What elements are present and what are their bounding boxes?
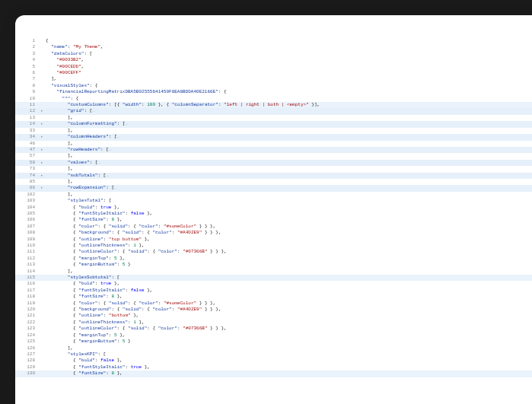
code-line[interactable]: 47▸ "rowHeaders": […: [15, 147, 532, 153]
fold-toggle[interactable]: [38, 224, 46, 230]
fold-toggle[interactable]: [38, 371, 46, 377]
fold-toggle[interactable]: [38, 89, 46, 95]
fold-toggle[interactable]: [38, 326, 46, 332]
fold-toggle[interactable]: [38, 38, 46, 44]
fold-toggle[interactable]: ▸: [38, 121, 46, 127]
code-line[interactable]: 33 ],: [15, 128, 532, 134]
code-line[interactable]: 108 { "background": { "solid": { "color"…: [15, 230, 532, 236]
fold-toggle[interactable]: [38, 320, 46, 326]
fold-toggle[interactable]: ▸: [38, 147, 46, 153]
chevron-right-icon[interactable]: ▸: [40, 122, 43, 126]
code-line[interactable]: 117 { "fontStyleItalic": false },: [15, 288, 532, 294]
fold-toggle[interactable]: [38, 217, 46, 223]
fold-toggle[interactable]: [38, 64, 46, 70]
code-line[interactable]: 1{: [15, 38, 532, 44]
fold-toggle[interactable]: [38, 301, 46, 307]
fold-toggle[interactable]: [38, 83, 46, 89]
fold-toggle[interactable]: [38, 96, 46, 102]
fold-toggle[interactable]: ▸: [38, 134, 46, 140]
chevron-right-icon[interactable]: ▸: [40, 173, 43, 178]
code-line[interactable]: 126 ],: [15, 345, 532, 352]
code-line[interactable]: 34▸ "columnHeaders": […: [15, 134, 532, 140]
fold-toggle[interactable]: [38, 230, 46, 236]
code-line[interactable]: 120 { "background": { "solid": { "color"…: [15, 307, 532, 313]
code-line[interactable]: 12▸ "grid": […: [15, 108, 532, 114]
fold-toggle[interactable]: [38, 262, 46, 268]
code-line[interactable]: 107 { "color": { "solid": { "color": "#s…: [15, 224, 532, 230]
fold-toggle[interactable]: [38, 275, 46, 281]
fold-toggle[interactable]: ▸: [38, 173, 46, 179]
code-line[interactable]: 109 { "outline": "top bottom" },: [15, 237, 532, 243]
fold-toggle[interactable]: [38, 179, 46, 185]
code-line[interactable]: 115 "stylesSubtotal": [: [15, 275, 532, 281]
code-line[interactable]: 11 "customColumns": [{ "width": 100 }, {…: [15, 102, 532, 108]
fold-toggle[interactable]: [38, 352, 46, 358]
fold-toggle[interactable]: [38, 211, 46, 217]
fold-toggle[interactable]: [38, 141, 46, 147]
fold-toggle[interactable]: [38, 332, 46, 339]
fold-toggle[interactable]: [38, 288, 46, 294]
fold-toggle[interactable]: [38, 57, 46, 63]
code-line[interactable]: 5 "#00CEDD",: [15, 64, 532, 70]
fold-toggle[interactable]: [38, 44, 46, 50]
code-line[interactable]: 111 { "outlineColor": { "solid": { "colo…: [15, 249, 532, 255]
fold-toggle[interactable]: [38, 51, 46, 57]
fold-toggle[interactable]: ▸: [38, 160, 46, 166]
code-line[interactable]: 104 { "bold": true },: [15, 205, 532, 211]
code-line[interactable]: 123 { "outlineColor": { "solid": { "colo…: [15, 326, 532, 332]
code-line[interactable]: 127 "stylesKPI": [: [15, 352, 532, 358]
code-line[interactable]: 125 { "marginBottom": 5 }: [15, 339, 532, 345]
code-line[interactable]: 2 "name": "My Theme",: [15, 44, 532, 50]
fold-toggle[interactable]: [38, 313, 46, 319]
code-line[interactable]: 129 { "fontStyleItalic": true },: [15, 364, 532, 371]
fold-toggle[interactable]: [38, 256, 46, 262]
code-line[interactable]: 110 { "outlineThickness": 1 },: [15, 243, 532, 249]
chevron-right-icon[interactable]: ▸: [40, 161, 43, 165]
chevron-right-icon[interactable]: ▸: [40, 109, 43, 113]
code-line[interactable]: 7 ],: [15, 76, 532, 82]
code-line[interactable]: 57 ],: [15, 153, 532, 159]
code-line[interactable]: 102 ],: [15, 192, 532, 198]
code-line[interactable]: 3 "dataColors": [: [15, 51, 532, 57]
fold-toggle[interactable]: [38, 364, 46, 371]
fold-toggle[interactable]: [38, 166, 46, 172]
code-line[interactable]: 14▸ "columnFormatting": […: [15, 121, 532, 127]
fold-toggle[interactable]: [38, 115, 46, 121]
code-area[interactable]: 1{2 "name": "My Theme",3 "dataColors": […: [15, 38, 532, 404]
fold-toggle[interactable]: [38, 192, 46, 198]
fold-toggle[interactable]: [38, 269, 46, 275]
code-line[interactable]: 124 { "marginTop": 5 },: [15, 332, 532, 339]
code-line[interactable]: 13 ],: [15, 115, 532, 121]
code-line[interactable]: 121 { "outline": "bottom" },: [15, 313, 532, 319]
code-line[interactable]: 103 "stylesTotal": [: [15, 198, 532, 204]
code-line[interactable]: 118 { "fontSize": 8 },: [15, 294, 532, 300]
code-line[interactable]: 119 { "color": { "solid": { "color": "#s…: [15, 301, 532, 307]
code-line[interactable]: 86▸ "rowExpansion": […: [15, 185, 532, 191]
fold-toggle[interactable]: [38, 102, 46, 108]
code-line[interactable]: 106 { "fontSize": 8 },: [15, 217, 532, 223]
fold-toggle[interactable]: ▸: [38, 185, 46, 191]
chevron-right-icon[interactable]: ▸: [40, 186, 43, 190]
fold-toggle[interactable]: [38, 281, 46, 287]
fold-toggle[interactable]: [38, 128, 46, 134]
code-line[interactable]: 85 ],: [15, 179, 532, 185]
code-line[interactable]: 130 { "fontSize": 8 },: [15, 371, 532, 377]
code-line[interactable]: 128 { "bold": false },: [15, 358, 532, 364]
fold-toggle[interactable]: [38, 294, 46, 300]
code-line[interactable]: 116 { "bold": true },: [15, 281, 532, 287]
code-line[interactable]: 4 "#0033B2",: [15, 57, 532, 63]
code-line[interactable]: 114 ],: [15, 269, 532, 275]
code-line[interactable]: 9 "financialReportingMatrixDBA5B02555641…: [15, 89, 532, 95]
fold-toggle[interactable]: [38, 243, 46, 249]
fold-toggle[interactable]: [38, 249, 46, 255]
code-line[interactable]: 112 { "marginTop": 5 },: [15, 256, 532, 262]
fold-toggle[interactable]: ▸: [38, 108, 46, 114]
fold-toggle[interactable]: [38, 237, 46, 243]
code-line[interactable]: 58▸ "values": […: [15, 160, 532, 166]
code-line[interactable]: 46 ],: [15, 141, 532, 147]
chevron-right-icon[interactable]: ▸: [40, 148, 43, 152]
fold-toggle[interactable]: [38, 339, 46, 345]
fold-toggle[interactable]: [38, 205, 46, 211]
code-line[interactable]: 113 { "marginBottom": 5 }: [15, 262, 532, 268]
code-line[interactable]: 10 "*": {: [15, 96, 532, 102]
